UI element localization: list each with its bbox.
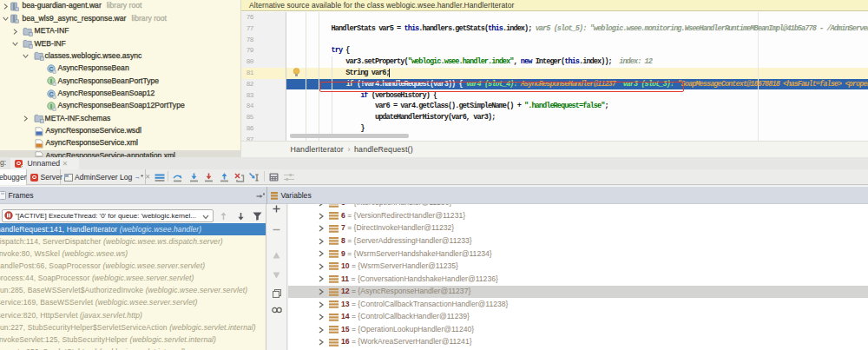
svg-text:I: I: [50, 78, 52, 84]
svg-text:I: I: [50, 102, 52, 109]
